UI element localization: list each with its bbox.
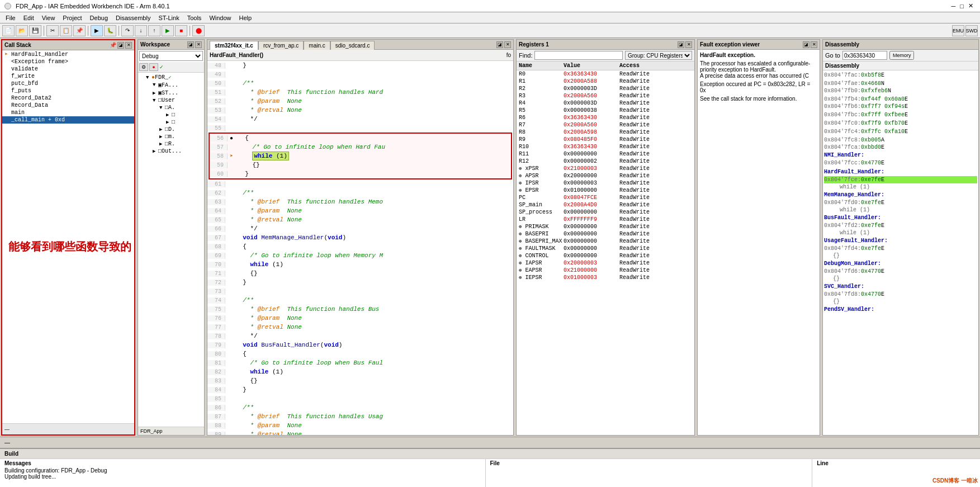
tree-item-st[interactable]: ▶ ▣ ST... <box>139 89 203 97</box>
expand-icon[interactable]: ▶ <box>159 134 165 140</box>
menu-window[interactable]: Window <box>206 13 234 22</box>
ws-add-btn[interactable]: ● <box>149 63 158 71</box>
toolbar-open[interactable]: 📂 <box>16 25 28 36</box>
toolbar-new[interactable]: 📄 <box>2 25 15 36</box>
registers-pin[interactable]: ◪ <box>678 41 684 48</box>
tab-sdio[interactable]: sdio_sdcard.c <box>330 41 375 50</box>
reg-row-iapsr[interactable]: ⊕ IAPSR0x20000003ReadWrite <box>517 259 694 267</box>
reg-row-apsr[interactable]: ⊕ APSR0x20000000ReadWrite <box>517 172 694 179</box>
menu-view[interactable]: View <box>39 13 59 22</box>
toolbar-swd[interactable]: SWD <box>965 25 978 36</box>
expand-icon[interactable]: ▶ <box>166 112 172 118</box>
expand-icon[interactable]: ▶ <box>159 141 165 147</box>
call-stack-item[interactable]: Record_Data <box>2 102 134 109</box>
reg-row-r5[interactable]: R50x00000038ReadWrite <box>517 107 694 114</box>
registers-group-select[interactable]: Group: CPU Registers <box>625 51 692 60</box>
toolbar-stop[interactable]: ■ <box>175 25 187 36</box>
reg-row-r11[interactable]: R110x00000000ReadWrite <box>517 150 694 158</box>
close-btn[interactable]: ✕ <box>968 2 973 10</box>
reg-row-r3[interactable]: R30x2000A560ReadWrite <box>517 92 694 100</box>
tree-item-out[interactable]: ▶ □ Out... <box>139 148 203 155</box>
expand-icon[interactable]: ▼ <box>153 98 158 103</box>
expand-icon[interactable]: ▶ <box>159 126 165 133</box>
reg-row-r7[interactable]: R70x2000A560ReadWrite <box>517 121 694 129</box>
reg-row-r2[interactable]: R20x0000003DReadWrite <box>517 85 694 92</box>
tree-item-m[interactable]: ▶ □ m. <box>139 133 203 140</box>
call-stack-item-active[interactable]: _call_main + 0xd <box>2 116 134 124</box>
reg-row-sp-process[interactable]: SP_process0x00000000ReadWrite <box>517 209 694 216</box>
toolbar-save[interactable]: 💾 <box>29 25 41 36</box>
toolbar-step-out[interactable]: ↑ <box>148 25 160 36</box>
reg-row-xpsr[interactable]: ⊕ xPSR0x21000003ReadWrite <box>517 165 694 172</box>
fault-close[interactable]: ✕ <box>811 41 817 48</box>
toolbar-breakpoint[interactable]: ⬤ <box>192 25 205 36</box>
tree-item-d[interactable]: ▶ □ D. <box>139 126 203 133</box>
expand-icon[interactable]: ▶ <box>153 148 158 154</box>
reg-row-lr[interactable]: LR0xFFFFFFF9ReadWrite <box>517 216 694 223</box>
tab-main[interactable]: main.c <box>304 41 330 50</box>
code-editor-close[interactable]: ✕ <box>504 41 511 48</box>
tree-item-fdr[interactable]: ▼ ● FDR_ ✓ <box>139 74 203 81</box>
menu-edit[interactable]: Edit <box>20 13 37 22</box>
tree-item-fa[interactable]: ▼ ▣ FA... <box>139 81 203 89</box>
reg-row-r12[interactable]: R120x00000002ReadWrite <box>517 158 694 165</box>
tree-item-a[interactable]: ▼ □ A. <box>139 104 203 111</box>
reg-row-iepsr[interactable]: ⊕ IEPSR0x01000003ReadWrite <box>517 274 694 281</box>
reg-row-control[interactable]: ⊕ CONTROL0x00000000ReadWrite <box>517 252 694 259</box>
call-stack-item[interactable]: putc_bfd <box>2 80 134 87</box>
toolbar-emu[interactable]: EMU <box>952 25 964 36</box>
call-stack-item[interactable]: validate <box>2 65 134 73</box>
menu-tools[interactable]: Tools <box>184 13 205 22</box>
disasm-goto-input[interactable] <box>842 51 887 60</box>
registers-close[interactable]: ✕ <box>685 41 692 48</box>
expand-icon[interactable]: ▼ <box>146 75 152 81</box>
menu-debug[interactable]: Debug <box>87 13 111 22</box>
tab-stm32[interactable]: stm32f4xx_it.c <box>210 41 258 50</box>
reg-row-r1[interactable]: R10x2000A588ReadWrite <box>517 78 694 85</box>
reg-row-basepri[interactable]: ⊕ BASEPRI0x00000000ReadWrite <box>517 230 694 238</box>
toolbar-run[interactable]: ▶ <box>162 25 174 36</box>
registers-find-input[interactable] <box>534 51 623 60</box>
reg-row-r6[interactable]: R60x36363430ReadWrite <box>517 114 694 121</box>
call-stack-item[interactable]: main <box>2 109 134 116</box>
expand-icon[interactable]: ▶ <box>153 90 158 96</box>
tree-item-r[interactable]: ▶ □ R. <box>139 140 203 148</box>
tab-rcv[interactable]: rcv_from_ap.c <box>258 41 304 50</box>
menu-stlink[interactable]: ST-Link <box>155 13 182 22</box>
call-stack-pin[interactable]: ◪ <box>117 42 124 49</box>
call-stack-item[interactable]: Record_Data2 <box>2 94 134 102</box>
toolbar-step-over[interactable]: ↷ <box>121 25 134 36</box>
reg-row-primask[interactable]: ⊕ PRIMASK0x00000000ReadWrite <box>517 223 694 230</box>
expand-icon[interactable]: ▼ <box>153 82 158 88</box>
reg-row-epsr[interactable]: ⊕ EPSR0x01000000ReadWrite <box>517 187 694 194</box>
reg-row-r9[interactable]: R90x080485F0ReadWrite <box>517 136 694 143</box>
call-stack-item[interactable]: f_puts <box>2 87 134 94</box>
call-stack-close[interactable]: ✕ <box>125 42 132 49</box>
workspace-close[interactable]: ✕ <box>195 41 202 48</box>
code-editor-pin[interactable]: ◪ <box>496 41 503 48</box>
call-stack-item[interactable]: f_write <box>2 73 134 80</box>
reg-row-r4[interactable]: R40x0000003DReadWrite <box>517 100 694 107</box>
tree-item-sub2[interactable]: ▶ □ <box>139 119 203 126</box>
reg-row-pc[interactable]: PC0x08047FCEReadWrite <box>517 194 694 201</box>
menu-disassembly[interactable]: Disassembly <box>112 13 154 22</box>
toolbar-step-in[interactable]: ↓ <box>135 25 147 36</box>
toolbar-copy[interactable]: 📋 <box>60 25 72 36</box>
workspace-config-select[interactable]: Debug <box>139 51 203 61</box>
code-content[interactable]: 48 } 49 50 /** 51 * @brief This function… <box>207 61 513 435</box>
reg-row-sp-main[interactable]: SP_main0x2000A4D0ReadWrite <box>517 201 694 209</box>
minimize-btn[interactable]: ─ <box>951 3 956 10</box>
reg-row-r8[interactable]: R80x2000A598ReadWrite <box>517 129 694 136</box>
call-stack-item[interactable]: <Exception frame> <box>2 58 134 65</box>
toolbar-cut[interactable]: ✂ <box>46 25 59 36</box>
menu-project[interactable]: Project <box>59 13 85 22</box>
reg-row-r10[interactable]: R100x36363430ReadWrite <box>517 143 694 150</box>
fault-pin[interactable]: ◪ <box>803 41 809 48</box>
menu-help[interactable]: Help <box>236 13 255 22</box>
reg-row-ipsr[interactable]: ⊕ IPSR0x00000003ReadWrite <box>517 179 694 187</box>
toolbar-paste[interactable]: 📌 <box>73 25 86 36</box>
ws-settings-btn[interactable]: ⚙ <box>139 63 148 71</box>
reg-row-eapsr[interactable]: ⊕ EAPSR0x21000000ReadWrite <box>517 267 694 274</box>
reg-row-faultmask[interactable]: ⊕ FAULTMASK0x00000000ReadWrite <box>517 245 694 252</box>
call-stack-item[interactable]: ➤ HardFault_Handler <box>2 50 134 58</box>
